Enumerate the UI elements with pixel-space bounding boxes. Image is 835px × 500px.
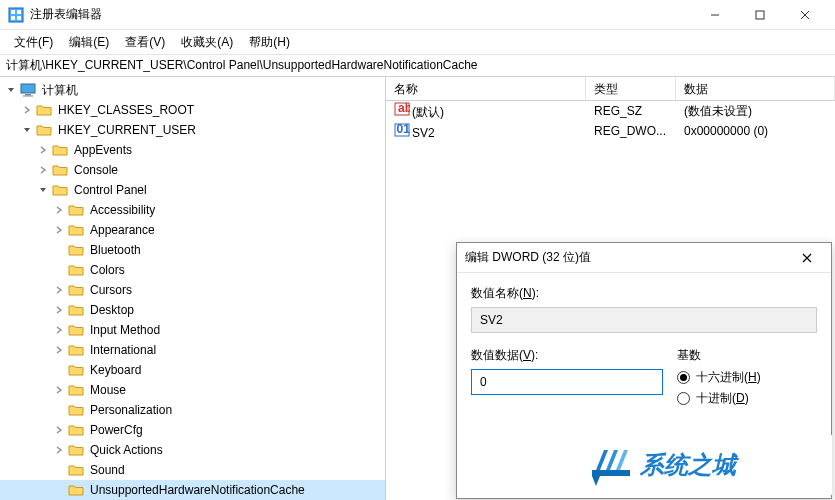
tree-item[interactable]: Console [0,160,385,180]
svg-rect-10 [25,94,31,96]
address-bar[interactable]: 计算机\HKEY_CURRENT_USER\Control Panel\Unsu… [0,55,835,77]
tree-label: International [87,342,159,358]
titlebar: 注册表编辑器 [0,0,835,30]
radio-dot-icon [677,392,690,405]
svg-text:011: 011 [397,123,411,136]
tree-item[interactable]: Personalization [0,400,385,420]
folder-icon [36,123,52,137]
tree-label: AppEvents [71,142,135,158]
svg-rect-3 [11,16,15,20]
menu-edit[interactable]: 编辑(E) [61,31,117,54]
list-row[interactable]: ab(默认)REG_SZ(数值未设置) [386,101,835,121]
tree-label: Quick Actions [87,442,166,458]
tree-item[interactable]: Bluetooth [0,240,385,260]
tree-item[interactable]: Cursors [0,280,385,300]
folder-icon [68,403,84,417]
folder-icon [68,483,84,497]
data-label: 数值数据(V): [471,347,663,364]
chevron-down-icon[interactable] [36,183,50,197]
svg-rect-2 [17,10,21,14]
tree-item[interactable]: Appearance [0,220,385,240]
radio-dec[interactable]: 十进制(D) [677,390,817,407]
chevron-right-icon[interactable] [52,403,66,417]
watermark-logo-icon [586,440,636,490]
menubar: 文件(F) 编辑(E) 查看(V) 收藏夹(A) 帮助(H) [0,30,835,55]
base-label: 基数 [677,347,817,364]
tree-root[interactable]: 计算机 [0,80,385,100]
tree-label: HKEY_CURRENT_USER [55,122,199,138]
tree-item[interactable]: International [0,340,385,360]
chevron-right-icon[interactable] [52,223,66,237]
tree-item[interactable]: Mouse [0,380,385,400]
tree-item[interactable]: Colors [0,260,385,280]
chevron-right-icon[interactable] [52,203,66,217]
chevron-right-icon[interactable] [52,283,66,297]
tree-label: Sound [87,462,128,478]
chevron-right-icon[interactable] [52,423,66,437]
tree-item[interactable]: UnsupportedHardwareNotificationCache [0,480,385,500]
chevron-right-icon[interactable] [52,323,66,337]
chevron-right-icon[interactable] [52,363,66,377]
folder-icon [68,203,84,217]
chevron-right-icon[interactable] [52,243,66,257]
tree-label: Appearance [87,222,158,238]
svg-rect-6 [756,11,764,19]
tree-label: Keyboard [87,362,144,378]
col-header-type[interactable]: 类型 [586,77,676,100]
tree-item[interactable]: PowerCfg [0,420,385,440]
folder-icon [52,183,68,197]
col-header-data[interactable]: 数据 [676,77,835,100]
tree-item[interactable]: Quick Actions [0,440,385,460]
chevron-right-icon[interactable] [52,443,66,457]
tree-panel[interactable]: 计算机 HKEY_CLASSES_ROOT HKEY_CURRENT_USER … [0,77,386,500]
menu-help[interactable]: 帮助(H) [241,31,298,54]
reg-string-icon: ab [394,102,410,116]
dialog-titlebar[interactable]: 编辑 DWORD (32 位)值 [457,243,831,273]
watermark: 系统之城 [586,437,830,493]
folder-icon [68,323,84,337]
radio-hex-label: 十六进制(H) [696,369,761,386]
chevron-right-icon[interactable] [20,103,34,117]
tree-item[interactable]: Desktop [0,300,385,320]
col-header-name[interactable]: 名称 [386,77,586,100]
cell-type: REG_DWO... [588,123,678,139]
chevron-right-icon[interactable] [52,343,66,357]
tree-item[interactable]: Control Panel [0,180,385,200]
menu-favorites[interactable]: 收藏夹(A) [173,31,241,54]
menu-file[interactable]: 文件(F) [6,31,61,54]
tree-item[interactable]: Sound [0,460,385,480]
tree-label: Mouse [87,382,129,398]
tree-item[interactable]: Accessibility [0,200,385,220]
maximize-button[interactable] [737,0,782,30]
tree-hkey-current-user[interactable]: HKEY_CURRENT_USER [0,120,385,140]
chevron-right-icon[interactable] [36,163,50,177]
value-name: SV2 [412,126,435,140]
folder-icon [68,243,84,257]
chevron-down-icon[interactable] [4,83,18,97]
tree-item[interactable]: Keyboard [0,360,385,380]
cell-type: REG_SZ [588,103,678,119]
tree-label: PowerCfg [87,422,146,438]
dialog-close-button[interactable] [791,244,823,272]
tree-item[interactable]: Input Method [0,320,385,340]
chevron-right-icon[interactable] [52,483,66,497]
tree-hkey-classes-root[interactable]: HKEY_CLASSES_ROOT [0,100,385,120]
chevron-down-icon[interactable] [20,123,34,137]
radio-hex[interactable]: 十六进制(H) [677,369,817,386]
minimize-button[interactable] [692,0,737,30]
chevron-right-icon[interactable] [52,463,66,477]
folder-icon [68,363,84,377]
close-button[interactable] [782,0,827,30]
list-row[interactable]: 011SV2REG_DWO...0x00000000 (0) [386,121,835,141]
chevron-right-icon[interactable] [36,143,50,157]
data-field[interactable] [471,369,663,395]
cell-data: 0x00000000 (0) [678,123,835,139]
chevron-right-icon[interactable] [52,263,66,277]
chevron-right-icon[interactable] [52,303,66,317]
svg-rect-4 [17,16,21,20]
watermark-text: 系统之城 [640,449,736,481]
folder-icon [68,263,84,277]
menu-view[interactable]: 查看(V) [117,31,173,54]
chevron-right-icon[interactable] [52,383,66,397]
tree-item[interactable]: AppEvents [0,140,385,160]
